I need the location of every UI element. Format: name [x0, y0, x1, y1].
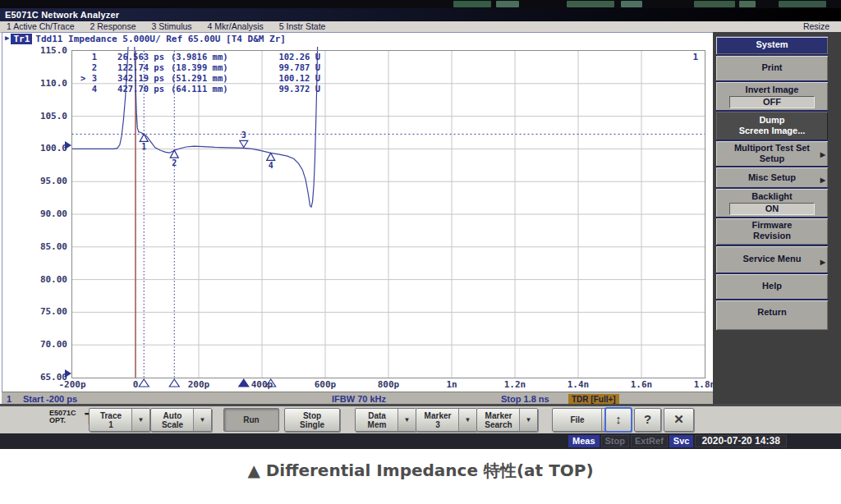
menu-item-1-active-ch-trace[interactable]: 1 Active Ch/Trace [7, 21, 74, 32]
submenu-arrow-icon: ▶ [820, 151, 825, 158]
softkey-firmware-revision[interactable]: FirmwareRevision [716, 217, 828, 245]
trace-select-arrow-icon: ▶ [5, 34, 9, 42]
window-title: E5071C Network Analyzer [5, 10, 119, 20]
bezel-photo-artifact [694, 1, 735, 7]
x-tick-label: 800p [364, 379, 413, 390]
help-button[interactable]: ? [634, 408, 661, 432]
window-title-bar: E5071C Network Analyzer [0, 8, 841, 21]
y-tick-label: 85.00 [21, 241, 67, 252]
softkey-label: Return [716, 307, 828, 318]
status-badges: MeasStopExtRefSvc2020-07-20 14:38 [568, 435, 787, 447]
marker-4-n: 4 [87, 84, 97, 94]
toolbar-button-line: 1 [90, 420, 132, 429]
instrument-badge-meas: Meas [568, 435, 600, 447]
y-tick-label: 90.00 [21, 208, 67, 219]
sweep-stop-label: Stop 1.8 ns [501, 393, 549, 405]
instrument-status-bar: MeasStopExtRefSvc2020-07-20 14:38 [0, 433, 841, 449]
app-logo: E5071C OPT. [49, 410, 76, 424]
toolbar-button-label: MarkerSearch [477, 409, 520, 431]
channel-number: 1 [7, 393, 11, 405]
dropdown-arrow-icon[interactable]: ▼ [458, 409, 476, 431]
toolbar-button-label: AutoScale [151, 409, 194, 431]
marker-1-time: 26.563 ps [97, 52, 164, 62]
softkey-label: Setup [716, 153, 828, 164]
softkey-return[interactable]: Return [716, 299, 828, 330]
x-tick-label: 1.4n [554, 379, 603, 390]
softkey-backlight[interactable]: BacklightON [716, 187, 828, 219]
toolbar-button-label: StopSingle [285, 409, 339, 431]
toolbar-button-run[interactable]: Run [223, 408, 279, 432]
softkey-state-value: ON [729, 203, 815, 215]
toolbar-button-marker-search[interactable]: MarkerSearch▼ [476, 408, 538, 432]
softkey-label: Backlight [716, 191, 828, 202]
dropdown-arrow-icon[interactable]: ▼ [398, 409, 416, 431]
menu-item-3-stimulus[interactable]: 3 Stimulus [152, 21, 192, 32]
marker-3-n: 3 [87, 73, 97, 84]
y-tick-label: 80.00 [21, 274, 67, 285]
softkey-menu: SystemPrintInvert ImageOFFDumpScreen Ima… [716, 34, 828, 405]
updown-arrows-icon-button[interactable]: ↕ [605, 408, 632, 432]
softkey-label: Revision [716, 231, 828, 241]
resize-button[interactable]: Resize [803, 21, 830, 32]
marker-2-dist: (18.399 mm) [171, 62, 256, 73]
trace-format-text: Tdd11 Impedance 5.000U/ Ref 65.00U [T4 D… [35, 34, 286, 44]
x-tick-label: -200p [48, 379, 97, 390]
toolbar-button-auto-scale[interactable]: AutoScale▼ [150, 408, 212, 432]
svg-text:3: 3 [241, 131, 246, 140]
softkey-invert-image[interactable]: Invert ImageOFF [716, 80, 828, 112]
x-tick-label: 0 [111, 379, 160, 390]
toolbar-button-line: Search [477, 420, 520, 429]
marker-4-time: 427.70 ps [97, 84, 164, 94]
close-button[interactable]: ✕ [664, 408, 694, 432]
x-tick-label: 600p [301, 379, 350, 390]
y-tick-label: 95.00 [21, 176, 67, 186]
marker-2-val: 99.787 U [256, 62, 320, 73]
toolbar-button-stop-single[interactable]: StopSingle [284, 408, 340, 432]
dropdown-arrow-icon[interactable]: ▼ [193, 409, 211, 431]
submenu-arrow-icon: ▶ [820, 176, 825, 183]
y-tick-label: 115.0 [21, 45, 67, 56]
softkey-multiport-test-set-setup[interactable]: Multiport Test SetSetup▶ [716, 140, 828, 167]
trace-number-label: 1 [692, 52, 698, 62]
toolbar-button-line: File [553, 415, 602, 424]
menu-item-2-response[interactable]: 2 Response [90, 21, 136, 32]
trace-name-badge[interactable]: Tr1 [11, 34, 32, 44]
marker-3-time: 342.19 ps [97, 73, 164, 84]
softkey-label: Dump [716, 115, 828, 126]
softkey-system: System [716, 36, 828, 54]
dropdown-arrow-icon[interactable]: ▼ [519, 409, 537, 431]
softkey-label: Firmware [716, 220, 828, 231]
dropdown-arrow-icon[interactable]: ▼ [131, 409, 149, 431]
logo-opt: OPT. [49, 417, 76, 424]
toolbar-button-line: Run [224, 415, 278, 424]
figure-caption: ▲ Differential Impedance 特性(at TOP) [0, 460, 841, 482]
softkey-label: System [716, 39, 828, 50]
toolbar-button-label: DataMem [356, 409, 398, 431]
toolbar-button-label: Marker3 [416, 409, 459, 431]
menu-item-4-mkr-analysis[interactable]: 4 Mkr/Analysis [208, 21, 264, 32]
y-tick-label: 105.0 [21, 111, 67, 121]
x-tick-label: 1.2n [490, 379, 540, 390]
toolbar-button-line: Mem [356, 420, 398, 429]
toolbar-button-marker-3[interactable]: Marker3▼ [416, 408, 477, 432]
marker-table-row: >3342.19 ps(51.291 mm)100.12 U [80, 73, 320, 84]
marker-readout-table: 126.563 ps(3.9816 mm)102.26 U 2122.74 ps… [80, 52, 320, 94]
toolbar-button-trace-1[interactable]: Trace1▼ [89, 408, 150, 432]
marker-2-n: 2 [87, 62, 97, 73]
toolbar-button-label: File [553, 409, 602, 431]
bezel-photo-artifact [496, 1, 519, 7]
menu-bar: 1 Active Ch/Trace2 Response3 Stimulus4 M… [0, 21, 841, 33]
toolbar-button-line: Marker [477, 411, 520, 420]
toolbar-button-line: Single [285, 420, 339, 429]
marker-2-time: 122.74 ps [97, 62, 164, 73]
softkey-dump-screen-image-[interactable]: DumpScreen Image... [716, 110, 828, 143]
toolbar-button-line: Data [356, 411, 398, 420]
y-tick-label: 110.0 [21, 78, 67, 89]
marker-table-row: 2122.74 ps(18.399 mm)99.787 U [80, 62, 320, 73]
trace-status-bar: ▶Tr1Tdd11 Impedance 5.000U/ Ref 65.00U [… [5, 34, 286, 44]
menu-bar-items: 1 Active Ch/Trace2 Response3 Stimulus4 M… [7, 21, 341, 32]
toolbar-button-data-mem[interactable]: DataMem▼ [355, 408, 416, 432]
marker-1-dist: (3.9816 mm) [171, 52, 256, 62]
menu-item-5-instr-state[interactable]: 5 Instr State [279, 21, 326, 32]
y-tick-label: 75.00 [21, 306, 67, 317]
